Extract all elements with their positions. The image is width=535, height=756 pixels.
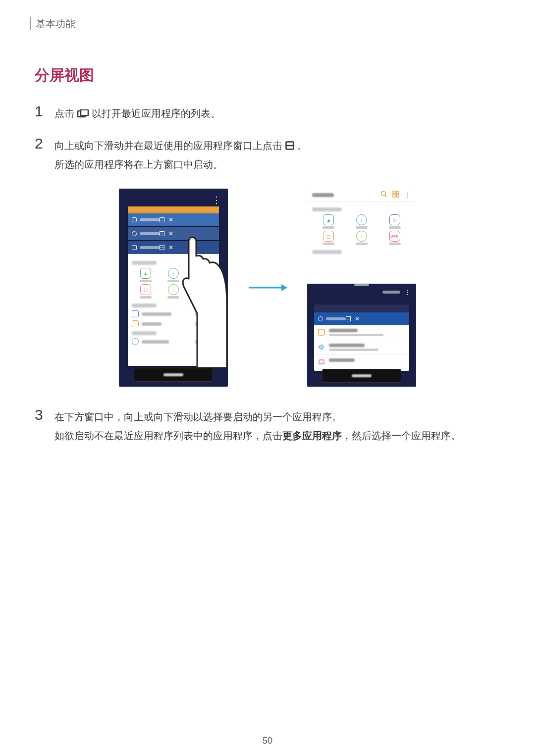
overflow-icon: ⋮	[404, 288, 411, 296]
grid-view-icon	[392, 191, 399, 199]
search-icon	[380, 191, 387, 199]
connections-icon	[318, 329, 325, 336]
documents-icon: ◻	[323, 231, 334, 242]
split-icon	[160, 245, 164, 250]
close-all-button	[134, 368, 213, 382]
documents-icon: ◻	[140, 284, 151, 295]
svg-point-6	[381, 192, 386, 196]
more-apps-label	[382, 291, 400, 294]
arrow-icon	[248, 283, 287, 293]
split-screen-icon	[285, 137, 294, 146]
phone-after: ⋮ ▲ ♪ ▷ ◻ ↓ APK	[307, 189, 416, 387]
step-3: 3 在下方窗口中，向上或向下滑动以选择要启动的另一个应用程序。 如欲启动不在最近…	[35, 406, 505, 445]
close-icon: ✕	[168, 217, 173, 223]
internal-storage-icon	[132, 310, 139, 317]
apk-icon: APK	[196, 284, 207, 295]
svg-rect-10	[393, 195, 395, 197]
svg-line-7	[385, 196, 387, 198]
recent-card-myfiles: ✕ ▲ ♪ ▷ ◻ ↓ APK	[128, 241, 219, 366]
split-icon	[160, 231, 164, 236]
svg-marker-5	[281, 284, 287, 291]
section-title: 分屏视图	[35, 65, 505, 86]
svg-rect-13	[319, 360, 324, 364]
recent-card-settings: ✕	[314, 312, 409, 371]
step-number: 3	[35, 406, 54, 445]
split-icon	[346, 316, 351, 321]
downloads-icon: ↓	[356, 231, 367, 242]
images-icon: ▲	[140, 268, 151, 279]
overflow-icon: ⋮	[404, 191, 411, 199]
phone-before: ⋮ ✕ ✕ ✕	[119, 189, 228, 387]
recent-card-settings: ✕	[128, 227, 219, 240]
recent-apps-icon	[77, 105, 89, 114]
svg-rect-1	[81, 110, 88, 116]
split-icon	[160, 217, 164, 222]
step-number: 1	[35, 103, 54, 123]
svg-rect-11	[396, 195, 399, 197]
step-1: 1 点击 以打开最近应用程序的列表。	[35, 103, 505, 123]
step-text: 点击 以打开最近应用程序的列表。	[54, 103, 220, 123]
instruction-figure: ⋮ ✕ ✕ ✕	[30, 189, 505, 387]
step-number: 2	[35, 135, 54, 174]
overflow-icon: ⋮	[212, 195, 221, 205]
top-app-myfiles: ⋮ ▲ ♪ ▷ ◻ ↓ APK	[307, 189, 416, 284]
step-text: 在下方窗口中，向上或向下滑动以选择要启动的另一个应用程序。 如欲启动不在最近应用…	[54, 406, 461, 445]
svg-rect-8	[393, 191, 395, 194]
bottom-recents-panel: ⋮ ✕	[307, 287, 416, 387]
step-2: 2 向上或向下滑动并在最近使用的应用程序窗口上点击 。 所选的应用程序将在上方窗…	[35, 135, 505, 174]
split-handle	[354, 284, 369, 286]
apk-icon: APK	[389, 231, 400, 242]
video-icon: ▷	[389, 214, 400, 225]
svg-rect-12	[319, 329, 324, 335]
notifications-icon	[318, 358, 325, 365]
cloud-icon	[132, 338, 139, 345]
steps-list: 1 点击 以打开最近应用程序的列表。 2 向上或向下滑动并在最近使用的应用程序窗…	[30, 103, 505, 445]
page-number: 50	[0, 736, 535, 746]
audio-icon: ♪	[168, 268, 179, 279]
recent-card-internet: ✕	[128, 213, 219, 226]
svg-rect-9	[396, 191, 399, 194]
close-icon: ✕	[168, 245, 173, 251]
close-icon: ✕	[168, 231, 173, 237]
header-divider	[30, 17, 31, 30]
sound-icon	[318, 344, 325, 351]
images-icon: ▲	[323, 214, 334, 225]
close-icon: ✕	[355, 316, 360, 322]
sd-card-icon	[132, 320, 139, 327]
page-header: 基本功能	[36, 17, 505, 31]
close-all-button	[322, 369, 401, 383]
step-text: 向上或向下滑动并在最近使用的应用程序窗口上点击 。 所选的应用程序将在上方窗口中…	[54, 135, 307, 174]
app-title	[312, 193, 334, 197]
audio-icon: ♪	[356, 214, 367, 225]
video-icon: ▷	[196, 268, 207, 279]
downloads-icon: ↓	[168, 284, 179, 295]
